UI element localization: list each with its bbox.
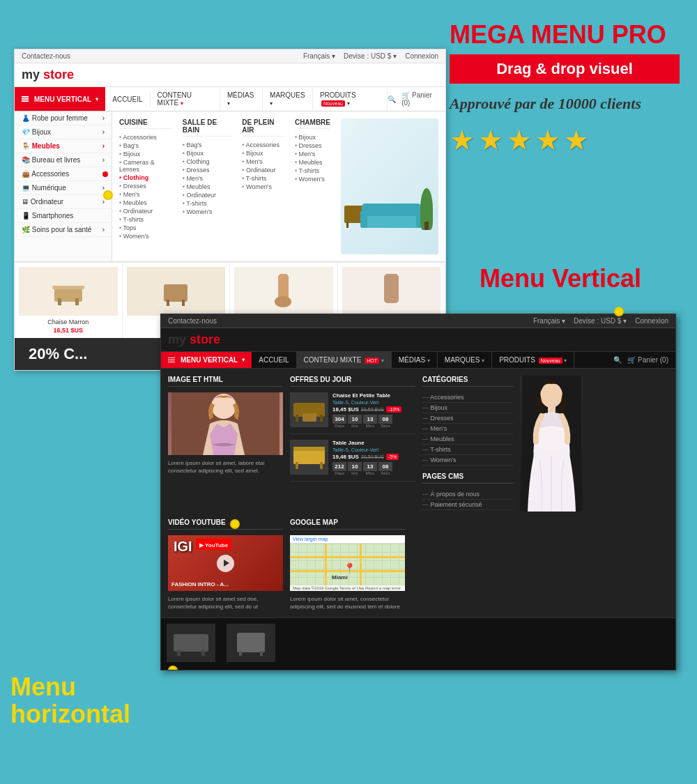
svg-rect-6 [182,300,185,306]
ss1-dropdown: 👗 Robe pour femme› 💎 Bijoux› 🪑 Meubles› … [15,112,445,262]
ss1-sidebar-smartphones[interactable]: 📱 Smartphones [15,209,112,223]
mega-menu-title: MEGA MENU PRO [450,21,680,49]
cat-accessories[interactable]: Accessories [422,392,513,403]
ss2-video-section: VIDÉO YOUTUBE IGI ▶ YouTube FASHION INTR… [168,518,283,610]
ss1-contact: Contactez-nous [22,52,70,60]
plant-stem [424,222,429,230]
menu-horizontal-label: Menuhorizontal [10,673,130,728]
ss2-map-lorem: Lorem ipsum dolor sit amet, consectetur … [290,595,405,610]
ss1-sidebar-accessories[interactable]: 👜 Accessories [15,167,112,181]
countdown-days-1: 304 Days [332,415,346,428]
search-icon[interactable]: 🔍 [388,95,396,103]
star-4: ★ [535,124,560,156]
ss1-nav-marques[interactable]: MARQUES ▾ [263,87,313,111]
ss1-sidebar-robe[interactable]: 👗 Robe pour femme› [15,112,112,125]
ss2-nav-produits[interactable]: PRODUITS Nouveau ▾ [492,352,574,368]
ss1-nav-medias[interactable]: MÉDIAS ▾ [220,87,263,111]
cat-dresses[interactable]: Dresses [422,413,513,424]
star-1: ★ [450,124,475,156]
svg-rect-9 [384,274,399,303]
map-miami-label: Miami [332,574,348,581]
ss2-content-row2: VIDÉO YOUTUBE IGI ▶ YouTube FASHION INTR… [161,518,675,617]
ss2-cart-icon[interactable]: 🛒 Panier (0) [627,356,668,364]
ss2-video-thumb[interactable]: IGI ▶ YouTube FASHION INTRO - A... [168,535,283,591]
page-apropos[interactable]: À propos de nous [422,489,513,500]
screenshot-dark: Contactez-nous Français ▾ Devise : USD $… [160,314,676,670]
main-container: MEGA MENU PRO Drag & drop visuel Approuv… [0,0,697,784]
table-leg [346,222,348,228]
sofa-arm-l [360,210,367,228]
ss2-image-title: IMAGE ET HTML [168,376,283,387]
ss2-cat-pages-section: CATÉGORIES Accessories Bijoux Dresses Me… [422,376,513,512]
ss2-nav-contenu[interactable]: CONTENU MIXTE HOT ▾ [297,352,392,368]
svg-rect-24 [177,650,181,656]
ss1-col-sdb: SALLE DE BAIN Bag's Bijoux Clothing Dres… [183,118,232,254]
svg-rect-13 [296,415,298,422]
ss1-nav-accueil[interactable]: ACCUEIL [105,91,150,107]
ss2-image-box [168,392,283,455]
ss2-pages-title: PAGES CMS [422,472,513,484]
ss1-vertical-btn[interactable]: MENU VERTICAL ▾ [15,87,105,111]
ss2-product-title-1: Chaise Et Petite Table [332,392,415,399]
price-old-2: 20,50 $US [361,454,384,459]
cat-tshirts[interactable]: T-shirts [422,445,513,455]
star-5: ★ [564,124,589,156]
price-badge-1: -10% [386,406,401,413]
ss2-product-taille-1: Taille-S, Couleur-Vert [332,400,415,405]
svg-rect-23 [174,634,208,652]
ss1-sidebar-numerique[interactable]: 💻 Numérique› [15,181,112,195]
ss2-countdown-1: 304 Days 10 Hrs 13 Mins [332,415,415,428]
ss2-map-section: GOOGLE MAP 📍 Miami View larger map [290,518,405,610]
svg-rect-27 [239,651,242,656]
ss1-sidebar-bijoux[interactable]: 💎 Bijoux› [15,125,112,139]
product-thumb-4 [342,267,441,316]
ss2-product-row-2: Table Jaune Taille-S, Couleur-Vert 19,48… [290,440,415,482]
map-footer: Map data ©2019 Google Terms of Use Repor… [290,585,405,591]
ss2-vertical-btn[interactable]: MENU VERTICAL ▾ [161,352,252,368]
play-triangle-icon [224,560,229,567]
ss2-nav-accueil[interactable]: ACCUEIL [252,352,296,368]
ss1-nav-contenu[interactable]: CONTENU MIXTE ▾ [151,87,220,111]
ss2-vertical-label: MENU VERTICAL [181,356,238,364]
ss1-sidebar-ordinateur[interactable]: 🖥 Ordinateur› [15,195,112,209]
cat-mens[interactable]: Men's [422,424,513,434]
cat-womens[interactable]: Women's [422,455,513,466]
sofa-back [362,203,421,216]
svg-rect-17 [296,462,298,469]
countdown-mins-1: 13 Mins [363,415,377,428]
ss1-sidebar-soins[interactable]: 🌿 Soins pour la santé› [15,223,112,237]
ss1-sidebar-meubles[interactable]: 🪑 Meubles› [15,139,112,153]
ss1-sidebar-bureau[interactable]: 📚 Bureau et livres› [15,153,112,167]
ss2-video-lorem: Lorem ipsum dolor sit amet sed doe, cons… [168,595,283,610]
ss2-nav-medias[interactable]: MÉDIAS ▾ [392,352,438,368]
ss2-product-prices-1: 18,45 $US 20,50 $US -10% [332,406,415,413]
map-topbar: View larger map [290,535,405,544]
cat-bijoux[interactable]: Bijoux [422,403,513,413]
ss2-map-thumb[interactable]: 📍 Miami View larger map Map data ©2019 G… [290,535,405,591]
svg-rect-4 [164,284,187,302]
ss2-search-icon[interactable]: 🔍 [613,356,622,364]
promo-panel: MEGA MENU PRO Drag & drop visuel Approuv… [432,0,697,177]
ss2-image-html-section: IMAGE ET HTML [168,376,283,512]
page-paiement[interactable]: Paiement sécurisé [422,500,513,510]
stars-row: ★ ★ ★ ★ ★ [450,124,680,156]
map-pin: 📍 [344,562,355,574]
ss1-nav-produits[interactable]: PRODUITS Nouveau ▾ [313,87,388,111]
ss1-col-pleinair: DE PLEIN AIR Accessories Bijoux Men's Or… [242,118,284,254]
ss1-logo-bar: my store [15,63,445,87]
svg-point-21 [540,383,562,408]
svg-rect-19 [293,447,325,451]
ss2-model-image [520,376,583,512]
ss2-strip-thumb-1 [167,624,215,662]
ss2-nav-marques[interactable]: MARQUES ▾ [438,352,492,368]
drag-drop-subtitle: Drag & drop visuel [450,54,680,84]
product-thumb-2 [127,267,226,316]
menu-vertical-label: Menu Vertical [480,265,641,293]
ss2-contact: Contactez-nous [168,317,217,325]
cat-meubles[interactable]: Meubles [422,434,513,445]
ss2-cat-list: Accessories Bijoux Dresses Men's Meubles… [422,392,513,466]
map-view-larger[interactable]: View larger map [293,537,328,541]
ss2-logo-bar: my store [161,328,675,352]
play-button[interactable] [217,555,234,572]
price-new-2: 19,48 $US [332,454,359,460]
